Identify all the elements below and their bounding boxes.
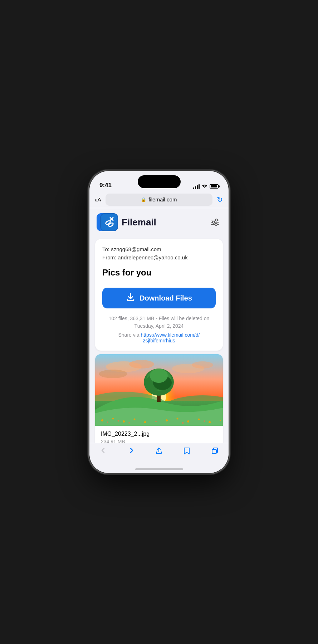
battery-icon: [210, 184, 219, 189]
svg-point-29: [187, 420, 189, 423]
svg-point-31: [209, 421, 211, 423]
svg-point-33: [107, 421, 108, 423]
file-info: 102 files, 363,31 MB - Files will be del…: [102, 315, 216, 330]
logo-text: Filemail: [122, 217, 156, 228]
filter-settings-button[interactable]: [209, 216, 221, 229]
filemail-logo-icon-v2: [100, 213, 118, 231]
refresh-button[interactable]: ↻: [217, 195, 223, 204]
browser-aa-button[interactable]: aA: [95, 196, 101, 203]
app-header: Filemail: [89, 208, 229, 236]
svg-point-9: [212, 221, 215, 223]
content-area: Filemail To: szngg68@gmail.com From: and…: [89, 208, 229, 443]
browser-url-bar[interactable]: 🔒 filemail.com: [106, 194, 212, 206]
download-files-button[interactable]: Download Files: [102, 288, 216, 308]
browser-share-button[interactable]: [150, 447, 168, 455]
svg-point-26: [144, 421, 146, 423]
share-url-link[interactable]: https://www.filemail.com/d/zsjfoifemrrhi…: [141, 332, 200, 343]
svg-point-34: [118, 420, 119, 422]
browser-back-button[interactable]: [94, 447, 112, 454]
dynamic-island: [138, 175, 181, 188]
phone-frame: 9:41 aA 🔒 filemail.com: [89, 171, 229, 473]
svg-point-13: [129, 360, 154, 369]
email-card: To: szngg68@gmail.com From: andrelepenne…: [95, 239, 223, 351]
status-icons: [193, 184, 219, 189]
preview-info: IMG_20223_2...jpg 234.91 MB: [95, 426, 223, 443]
svg-point-15: [192, 361, 213, 369]
svg-point-37: [182, 422, 184, 424]
svg-point-10: [215, 223, 217, 225]
download-icon: [126, 292, 135, 304]
share-prefix: Share via: [118, 332, 141, 338]
browser-tabs-button[interactable]: [206, 447, 224, 455]
preview-card: IMG_20223_2...jpg 234.91 MB: [95, 354, 223, 443]
svg-rect-2: [101, 214, 117, 230]
svg-point-8: [215, 219, 217, 221]
wifi-icon: [202, 184, 207, 189]
svg-point-16: [99, 370, 127, 378]
svg-point-30: [198, 419, 200, 420]
svg-point-22: [101, 419, 103, 421]
svg-point-25: [134, 419, 136, 420]
browser-url-text: filemail.com: [148, 196, 177, 203]
browser-bookmarks-button[interactable]: [178, 447, 196, 455]
lock-icon: 🔒: [141, 197, 146, 202]
email-subject: Pics for you: [102, 268, 216, 278]
browser-forward-button[interactable]: [122, 447, 140, 454]
svg-point-32: [220, 420, 221, 421]
svg-point-27: [166, 419, 168, 421]
preview-filename: IMG_20223_2...jpg: [101, 431, 217, 437]
email-from: From: andrelepennec@yahoo.co.uk: [102, 254, 216, 260]
preview-filesize: 234.91 MB: [101, 439, 217, 443]
svg-point-28: [177, 418, 178, 420]
svg-point-44: [150, 369, 168, 383]
logo-container: Filemail: [97, 213, 156, 231]
signal-bars-icon: [193, 184, 200, 189]
svg-point-38: [204, 420, 205, 422]
browser-address-bar: aA 🔒 filemail.com ↻: [89, 191, 229, 208]
svg-point-36: [155, 421, 157, 422]
svg-point-35: [128, 422, 130, 424]
svg-rect-45: [212, 449, 216, 454]
preview-image: [95, 354, 223, 426]
status-time: 9:41: [99, 182, 112, 189]
home-indicator: [135, 468, 183, 470]
svg-point-23: [112, 418, 114, 420]
email-to: To: szngg68@gmail.com: [102, 246, 216, 252]
share-link-text: Share via https://www.filemail.com/d/zsj…: [102, 332, 216, 343]
svg-point-24: [123, 420, 125, 423]
download-files-label: Download Files: [140, 294, 192, 302]
